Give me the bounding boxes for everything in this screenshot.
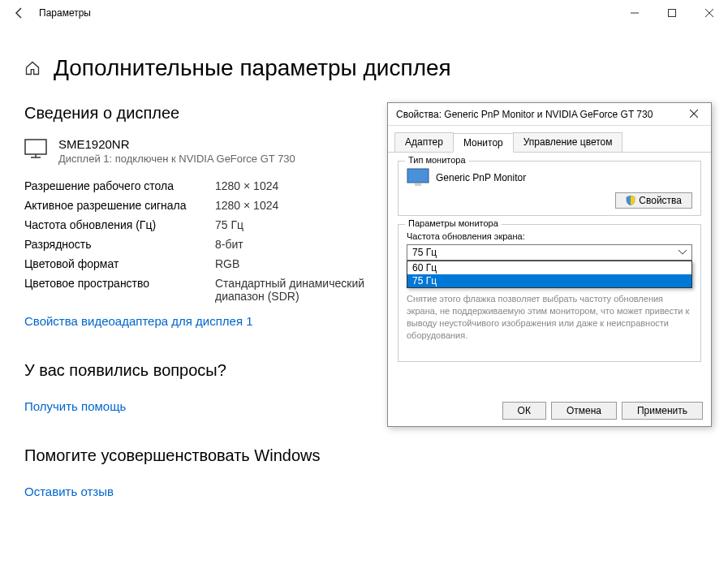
- close-icon: [705, 9, 713, 17]
- monitor-icon: [24, 139, 47, 158]
- leave-feedback-link[interactable]: Оставить отзыв: [24, 485, 114, 498]
- apply-button[interactable]: Применить: [622, 402, 703, 420]
- dialog-titlebar[interactable]: Свойства: Generic PnP Monitor и NVIDIA G…: [388, 103, 711, 126]
- tab-monitor[interactable]: Монитор: [453, 133, 514, 153]
- monitor-icon: [407, 168, 429, 187]
- dialog-tabs: Адаптер Монитор Управление цветом: [388, 126, 711, 153]
- ok-button[interactable]: ОК: [502, 402, 546, 420]
- group-monitor-params: Параметры монитора Частота обновления эк…: [398, 224, 701, 362]
- maximize-icon: [668, 9, 676, 17]
- dialog-close-button[interactable]: [682, 108, 706, 120]
- refresh-option-75[interactable]: 75 Гц: [407, 274, 691, 287]
- monitor-type-name: Generic PnP Monitor: [436, 172, 526, 183]
- dialog-title: Свойства: Generic PnP Monitor и NVIDIA G…: [396, 109, 682, 120]
- close-icon: [690, 110, 698, 118]
- label-color-space: Цветовое пространство: [24, 277, 215, 303]
- shield-icon: [626, 196, 635, 205]
- maximize-button[interactable]: [653, 0, 691, 26]
- svg-rect-9: [407, 169, 429, 183]
- label-refresh-rate: Частота обновления (Гц): [24, 218, 215, 231]
- monitor-properties-dialog: Свойства: Generic PnP Monitor и NVIDIA G…: [387, 102, 712, 427]
- section-feedback-heading: Помогите усовершенствовать Windows: [24, 446, 704, 465]
- close-button[interactable]: [691, 0, 728, 26]
- refresh-rate-dropdown[interactable]: 75 Гц 60 Гц 75 Гц: [407, 244, 692, 261]
- svg-rect-4: [25, 140, 46, 154]
- tab-color-management[interactable]: Управление цветом: [513, 132, 623, 152]
- svg-rect-1: [669, 10, 676, 17]
- svg-rect-10: [415, 183, 421, 186]
- tab-adapter[interactable]: Адаптер: [394, 132, 454, 152]
- arrow-left-icon: [13, 6, 26, 19]
- monitor-name: SME1920NR: [58, 137, 295, 151]
- group-monitor-params-title: Параметры монитора: [405, 218, 502, 228]
- refresh-rate-selected: 75 Гц: [412, 245, 437, 260]
- value-color-space: Стандартный динамический диапазон (SDR): [215, 277, 386, 303]
- chevron-down-icon: [678, 250, 687, 255]
- minimize-icon: [631, 9, 639, 17]
- monitor-properties-button[interactable]: Свойства: [615, 192, 692, 209]
- refresh-hint-text: Снятие этого флажка позволяет выбрать ча…: [407, 293, 692, 341]
- window-titlebar: Параметры: [0, 0, 728, 26]
- adapter-properties-link[interactable]: Свойства видеоадаптера для дисплея 1: [24, 314, 253, 328]
- page-title: Дополнительные параметры дисплея: [54, 55, 451, 81]
- label-desktop-resolution: Разрешение рабочего стола: [24, 179, 215, 192]
- monitor-properties-button-label: Свойства: [639, 195, 682, 206]
- label-active-resolution: Активное разрешение сигнала: [24, 199, 215, 212]
- group-monitor-type: Тип монитора Generic PnP Monitor Свойств…: [398, 161, 701, 216]
- label-bit-depth: Разрядность: [24, 238, 215, 251]
- home-icon[interactable]: [24, 60, 41, 76]
- window-title: Параметры: [39, 7, 91, 19]
- back-button[interactable]: [6, 0, 32, 26]
- cancel-button[interactable]: Отмена: [551, 402, 617, 420]
- get-help-link[interactable]: Получить помощь: [24, 399, 126, 413]
- refresh-rate-options: 60 Гц 75 Гц: [407, 261, 692, 288]
- minimize-button[interactable]: [616, 0, 653, 26]
- label-color-format: Цветовой формат: [24, 257, 215, 270]
- group-monitor-type-title: Тип монитора: [405, 155, 469, 165]
- monitor-connection: Дисплей 1: подключен к NVIDIA GeForce GT…: [58, 153, 295, 165]
- refresh-option-60[interactable]: 60 Гц: [407, 261, 691, 274]
- refresh-rate-label: Частота обновления экрана:: [407, 231, 692, 241]
